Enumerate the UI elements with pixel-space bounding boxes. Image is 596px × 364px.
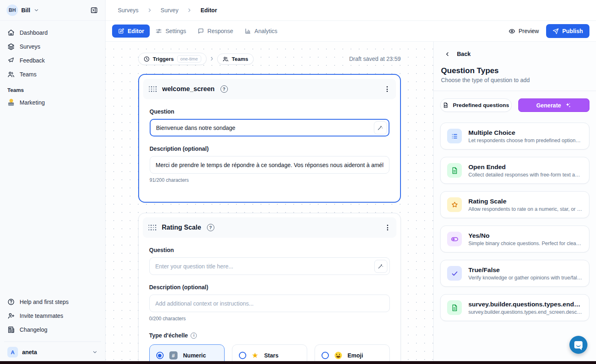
smiley-emoji-icon (335, 352, 342, 359)
question-type-description: Verify knowledge or gather opinions with… (468, 275, 583, 281)
generate-button[interactable]: Generate (518, 98, 590, 112)
question-type-yes-no[interactable]: Yes/No Simple binary choice questions. P… (440, 226, 589, 252)
layers-icon (7, 43, 15, 50)
sidebar-item-label: Feedback (20, 57, 45, 64)
question-card-rating-scale[interactable]: Rating Scale ? Question Description (138, 213, 401, 364)
sidebar-item-dashboard[interactable]: Dashboard (4, 26, 101, 40)
users-icon (7, 71, 15, 78)
question-type-true-false[interactable]: True/False Verify knowledge or gather op… (440, 260, 589, 287)
breadcrumb-survey[interactable]: Survey (161, 7, 179, 13)
panel-title: Question Types (441, 66, 589, 75)
sidebar-item-label: Dashboard (20, 29, 48, 36)
triggers-chip[interactable]: Triggers one-time (138, 53, 207, 65)
question-type-text: True/False Verify knowledge or gather op… (468, 266, 583, 281)
ai-rewrite-button[interactable] (374, 260, 387, 273)
preview-button[interactable]: Preview (508, 28, 539, 35)
panel-subtitle: Choose the type of question to add (441, 77, 589, 83)
trigger-type-badge: one-time (177, 55, 201, 63)
question-type-description: Collect detailed responses with free-for… (468, 172, 583, 178)
description-input[interactable] (149, 295, 390, 312)
teams-chip-label: Teams (232, 56, 248, 62)
tab-analytics[interactable]: Analytics (239, 25, 283, 38)
sidebar-item-help[interactable]: Help and first steps (4, 295, 101, 309)
chevron-right-icon (147, 7, 153, 13)
sidebar-item-changelog[interactable]: Changelog (4, 323, 101, 337)
panel-actions: Predefined questions Generate (434, 91, 596, 114)
tab-label: Settings (165, 28, 186, 34)
kebab-menu-icon[interactable] (384, 84, 390, 94)
radio-icon[interactable] (322, 352, 329, 359)
radio-checked-icon[interactable] (156, 352, 164, 359)
users-icon (223, 56, 229, 62)
panel-head: Back Question Types Choose the type of q… (434, 42, 596, 91)
kebab-menu-icon[interactable] (385, 222, 391, 233)
workspace-avatar: BH (7, 4, 18, 16)
back-button[interactable]: Back (440, 51, 589, 57)
question-type-title: Yes/No (468, 232, 583, 239)
file-text-icon (447, 163, 462, 178)
sidebar-nav: Dashboard Surveys Feedback Teams (0, 21, 105, 81)
sliders-icon (155, 28, 162, 34)
publish-button[interactable]: Publish (546, 24, 589, 38)
tab-settings[interactable]: Settings (150, 25, 192, 38)
question-title-input[interactable] (149, 257, 390, 275)
sidebar-team-marketing[interactable]: Marketing (0, 96, 105, 109)
description-input[interactable] (150, 156, 389, 174)
person-technologist-icon (7, 99, 15, 106)
teams-section-header: Teams (0, 81, 105, 96)
question-type-end-screen[interactable]: survey.builder.questions.types.end_scr..… (440, 294, 589, 321)
drag-handle-icon[interactable] (149, 86, 157, 92)
question-type-title: Open Ended (468, 163, 583, 171)
sidebar-item-invite[interactable]: Invite teammates (4, 309, 101, 323)
ai-rewrite-button[interactable] (374, 121, 387, 134)
list-icon (447, 129, 462, 143)
newspaper-icon (7, 326, 15, 333)
sidebar-spacer (0, 109, 105, 293)
check-icon (447, 266, 462, 281)
star-emoji-icon: ★ (252, 352, 259, 359)
workspace-switcher[interactable]: BH Bill (7, 4, 39, 16)
question-title-input[interactable] (150, 119, 389, 136)
number-keycap-icon: # (169, 351, 178, 360)
question-type-description: Let respondents choose from predefined o… (468, 138, 583, 143)
user-menu[interactable]: A aneta (4, 342, 101, 364)
team-name: Marketing (20, 99, 45, 106)
radio-icon[interactable] (239, 352, 246, 359)
user-name: aneta (22, 349, 37, 355)
help-icon[interactable]: ? (207, 224, 214, 231)
sidebar-item-teams[interactable]: Teams (4, 67, 101, 81)
drag-handle-icon[interactable] (148, 225, 156, 230)
chat-widget-button[interactable] (569, 336, 587, 354)
breadcrumb-surveys[interactable]: Surveys (118, 7, 139, 13)
question-type-rating-scale[interactable]: Rating Scale Allow respondents to rate o… (440, 191, 589, 218)
chat-smile-icon (574, 341, 583, 348)
sidebar-item-feedback[interactable]: Feedback (4, 54, 101, 67)
back-label: Back (457, 51, 470, 57)
magic-wand-icon (377, 125, 383, 131)
tab-editor[interactable]: Editor (112, 25, 150, 38)
file-code-icon (443, 102, 449, 108)
help-circle-icon (7, 298, 15, 306)
help-icon[interactable]: ? (220, 85, 228, 93)
teams-chip[interactable]: Teams (217, 54, 254, 65)
send-icon (553, 28, 559, 34)
magic-wand-icon (378, 263, 384, 269)
predefined-questions-button[interactable]: Predefined questions (440, 98, 512, 112)
star-icon (447, 197, 462, 212)
question-type-open-ended[interactable]: Open Ended Collect detailed responses wi… (440, 157, 589, 184)
description-input-wrap (149, 295, 390, 312)
tab-response[interactable]: Response (192, 25, 239, 38)
question-card-title: Rating Scale (162, 224, 201, 231)
sidebar-item-surveys[interactable]: Surveys (4, 40, 101, 54)
question-card-welcome-screen[interactable]: welcome_screen ? Question Descriptio (138, 74, 401, 203)
home-icon (7, 29, 15, 36)
bar-chart-icon (245, 28, 251, 34)
sidebar-item-label: Help and first steps (20, 299, 69, 305)
sidebar-item-label: Invite teammates (20, 313, 63, 319)
scale-type-label: Type d'échelle i (149, 332, 390, 339)
sidebar-collapse-button[interactable] (89, 5, 99, 16)
question-type-text: Multiple Choice Let respondents choose f… (468, 129, 583, 143)
question-type-multiple-choice[interactable]: Multiple Choice Let respondents choose f… (440, 123, 589, 150)
question-type-text: Open Ended Collect detailed responses wi… (468, 163, 583, 178)
toolbar: Editor Settings Response Analytics (106, 21, 596, 42)
